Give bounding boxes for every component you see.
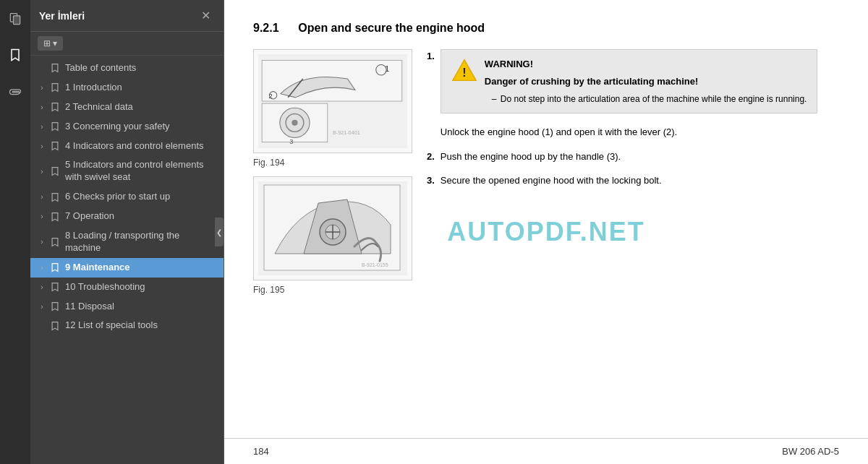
bookmark-icon-9 <box>49 262 61 273</box>
svg-text:B-921-0401: B-921-0401 <box>333 129 360 136</box>
bookmark-label-4: 4 Indicators and control elements <box>65 140 218 152</box>
bookmark-item-2[interactable]: ›2 Technical data <box>30 98 224 117</box>
warning-triangle-icon: ! <box>451 57 477 83</box>
expand-arrow-7[interactable]: › <box>36 211 48 223</box>
expand-all-button[interactable]: ⊞ ▾ <box>38 36 63 51</box>
figure-194-label: Fig. 194 <box>253 158 412 168</box>
section-title: 9.2.1 Open and secure the engine hood <box>253 22 839 35</box>
figure-195-svg: B-921-0155 <box>258 181 407 275</box>
bookmark-item-7[interactable]: ›7 Operation <box>30 207 224 226</box>
bookmark-label-11: 11 Disposal <box>65 301 218 313</box>
steps-area: 1. ! WARNING! Danger of crushing by the <box>427 49 839 304</box>
figure-194-image: 1 2 3 B- <box>258 54 407 148</box>
expand-arrow-11[interactable]: › <box>36 301 48 312</box>
bookmark-item-11[interactable]: ›11 Disposal <box>30 297 224 317</box>
warning-icon-wrap: ! <box>451 57 477 106</box>
bookmarks-list: ›Table of contents›1 Introduction›2 Tech… <box>30 56 224 464</box>
step-1-content: ! WARNING! Danger of crushing by the art… <box>441 49 818 139</box>
main-content: 9.2.1 Open and secure the engine hood 1 <box>224 0 868 464</box>
expand-arrow-2[interactable]: › <box>36 101 48 113</box>
panel-header: Yer İmleri ✕ <box>30 0 224 32</box>
bookmark-item-5[interactable]: ›5 Indicators and control elements with … <box>30 155 224 187</box>
bookmark-item-10[interactable]: ›10 Troubleshooting <box>30 278 224 297</box>
panel-toolbar: ⊞ ▾ <box>30 32 224 56</box>
warning-box: ! WARNING! Danger of crushing by the art… <box>441 49 818 113</box>
bookmark-label-toc: Table of contents <box>65 62 218 74</box>
bookmark-icon-8 <box>49 236 61 248</box>
bookmark-icon-3 <box>49 121 61 132</box>
bookmark-item-8[interactable]: ›8 Loading / transporting the machine <box>30 226 224 258</box>
section-number: 9.2.1 <box>253 22 279 34</box>
bookmark-label-7: 7 Operation <box>65 210 218 223</box>
bookmark-icon-10 <box>49 281 61 293</box>
expand-arrow-9[interactable]: › <box>36 262 48 273</box>
step-3-num: 3. <box>427 173 435 188</box>
bookmark-item-3[interactable]: ›3 Concerning your safety <box>30 117 224 137</box>
expand-arrow-3[interactable]: › <box>36 121 48 132</box>
icon-bar <box>0 0 30 464</box>
svg-text:1: 1 <box>385 64 389 73</box>
svg-text:2: 2 <box>268 93 272 100</box>
expand-arrow-5[interactable]: › <box>36 166 48 177</box>
bookmark-item-toc[interactable]: ›Table of contents <box>30 59 224 78</box>
figure-194-box: 1 2 3 B- <box>253 49 412 153</box>
expand-arrow-8[interactable]: › <box>36 236 48 248</box>
bookmark-label-3: 3 Concerning your safety <box>65 121 218 133</box>
bookmark-label-10: 10 Troubleshooting <box>65 281 218 293</box>
bookmark-item-1[interactable]: ›1 Introduction <box>30 78 224 98</box>
svg-text:B-921-0155: B-921-0155 <box>362 262 388 267</box>
bookmark-label-8: 8 Loading / transporting the machine <box>65 230 218 254</box>
bookmarks-icon <box>8 48 22 62</box>
warning-subtitle: Danger of crushing by the articulating m… <box>485 74 807 89</box>
bookmark-icon-11 <box>49 301 61 312</box>
doc-title: BW 206 AD-5 <box>782 446 839 457</box>
step-1-num: 1. <box>427 49 435 139</box>
bookmark-label-6: 6 Checks prior to start up <box>65 191 218 203</box>
expand-arrow-6[interactable]: › <box>36 192 48 203</box>
bookmark-icon-1 <box>49 82 61 93</box>
pages-icon-btn[interactable] <box>4 7 27 30</box>
bookmark-icon-12 <box>49 320 61 332</box>
bookmark-label-2: 2 Technical data <box>65 101 218 113</box>
bookmark-item-4[interactable]: ›4 Indicators and control elements <box>30 137 224 156</box>
attachments-icon-btn[interactable] <box>4 80 27 103</box>
attachments-icon <box>8 84 22 98</box>
panel-close-button[interactable]: ✕ <box>197 7 215 24</box>
warning-list: Do not step into the articulation area o… <box>485 93 807 106</box>
warning-point: Do not step into the articulation area o… <box>492 93 807 106</box>
bookmark-icon-7 <box>49 211 61 223</box>
bookmark-icon-5 <box>49 166 61 177</box>
bookmark-icon-toc <box>49 62 61 74</box>
collapse-panel-button[interactable]: ❮ <box>215 218 224 246</box>
bookmark-icon-2 <box>49 101 61 113</box>
bookmark-label-9: 9 Maintenance <box>65 262 218 274</box>
figure-195-box: B-921-0155 <box>253 176 412 280</box>
bookmarks-icon-btn[interactable] <box>4 43 27 66</box>
step-2-text: Push the engine hood up by the handle (3… <box>441 150 621 164</box>
svg-text:!: ! <box>462 66 466 79</box>
svg-text:3: 3 <box>289 138 293 145</box>
warning-content: WARNING! Danger of crushing by the artic… <box>485 57 807 106</box>
bookmark-item-12[interactable]: ›12 List of special tools <box>30 316 224 335</box>
step-3-text: Secure the opened engine hood with the l… <box>441 173 662 188</box>
expand-arrow-1[interactable]: › <box>36 82 48 93</box>
expand-arrow-4[interactable]: › <box>36 140 48 152</box>
warning-title: WARNING! <box>485 57 807 72</box>
page-number: 184 <box>253 446 269 457</box>
bookmark-label-5: 5 Indicators and control elements with s… <box>65 159 218 184</box>
content-grid: 1 2 3 B- <box>253 49 839 304</box>
figure-194-svg: 1 2 3 B- <box>258 54 407 148</box>
figure-195-image: B-921-0155 <box>258 181 407 275</box>
bookmark-item-9[interactable]: ›9 Maintenance <box>30 258 224 278</box>
bookmark-item-6[interactable]: ›6 Checks prior to start up <box>30 187 224 207</box>
bookmark-icon-6 <box>49 192 61 203</box>
expand-arrow-10[interactable]: › <box>36 281 48 293</box>
step-1: 1. ! WARNING! Danger of crushing by the <box>427 49 839 139</box>
svg-rect-1 <box>14 16 20 25</box>
panel-title: Yer İmleri <box>39 10 85 22</box>
page-footer: 184 BW 206 AD-5 <box>224 438 868 464</box>
section-heading: Open and secure the engine hood <box>298 22 485 34</box>
step-3: 3. Secure the opened engine hood with th… <box>427 173 839 188</box>
svg-point-10 <box>292 120 297 126</box>
figure-195-label: Fig. 195 <box>253 285 412 295</box>
